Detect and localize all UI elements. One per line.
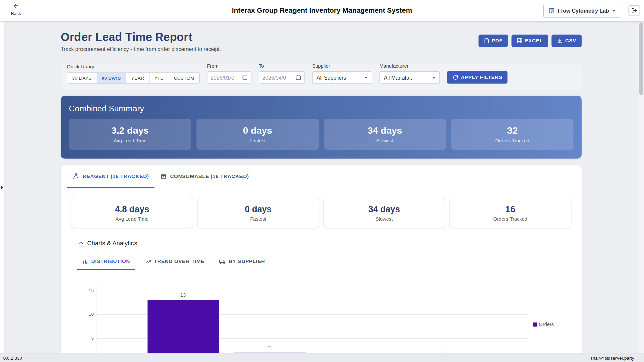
pdf-icon xyxy=(484,38,489,44)
quick-range-label: Quick Range xyxy=(67,64,200,70)
manufacturer-label: Manufacturer xyxy=(379,63,440,69)
legend-swatch xyxy=(533,322,537,326)
page-subtitle: Track procurement efficiency - time from… xyxy=(61,46,221,52)
range-custom[interactable]: CUSTOM xyxy=(169,73,199,83)
logout-button[interactable] xyxy=(628,5,640,16)
chart-plot-area: 13201 xyxy=(97,286,528,353)
stat-label: Fastest xyxy=(250,216,266,222)
lab-selector-label: Flow Cytometry Lab xyxy=(558,8,609,14)
y-axis-tick-label: 5 xyxy=(61,335,94,340)
export-pdf-button[interactable]: PDF xyxy=(478,35,508,47)
export-buttons: PDF EXCEL CSV xyxy=(478,35,582,47)
main-content: Order Lead Time Report Track procurement… xyxy=(4,21,638,353)
summary-stat-card: 3.2 days Avg Lead Time xyxy=(69,119,191,150)
back-button[interactable]: Back xyxy=(7,2,25,16)
subtab-distribution[interactable]: DISTRIBUTION xyxy=(77,253,135,270)
combined-summary-title: Combined Summary xyxy=(69,104,574,113)
flask-icon xyxy=(73,173,79,180)
chevron-down-icon xyxy=(432,76,435,78)
summary-stat-card: 0 days Fastest xyxy=(197,119,319,150)
chart-legend[interactable]: Orders xyxy=(533,322,554,327)
stat-value: 3.2 days xyxy=(111,125,149,136)
top-bar: Back Interax Group Reagent Inventory Man… xyxy=(0,0,644,21)
chevron-down-icon xyxy=(612,10,616,12)
export-csv-label: CSV xyxy=(565,38,576,44)
from-date-value: 2026/01/0 xyxy=(211,74,234,80)
calendar-icon xyxy=(295,75,301,80)
range-30-days[interactable]: 30 DAYS xyxy=(67,73,97,83)
subtab-trend[interactable]: TREND OVER TIME xyxy=(140,253,209,270)
y-axis-tick-label: 10 xyxy=(61,311,94,316)
logout-icon xyxy=(631,8,637,13)
subtab-by-supplier-label: BY SUPPLIER xyxy=(229,258,265,264)
reagent-stat-card: 16 Orders Tracked xyxy=(449,198,572,228)
box-icon xyxy=(160,173,167,180)
tab-reagent[interactable]: REAGENT (16 TRACKED) xyxy=(67,165,155,188)
bar-value-label: 2 xyxy=(257,345,282,350)
from-label: From xyxy=(207,63,251,69)
supplier-value: All Suppliers xyxy=(317,74,346,80)
reagent-stats: 4.8 days Avg Lead Time 0 days Fastest 34… xyxy=(71,198,571,228)
range-90-days[interactable]: 90 DAYS xyxy=(97,73,126,83)
calendar-icon xyxy=(242,75,248,80)
range-year[interactable]: YEAR xyxy=(126,73,150,83)
page-head: Order Lead Time Report Track procurement… xyxy=(61,27,582,52)
reagent-stat-card: 34 days Slowest xyxy=(323,198,445,228)
lab-selector-dropdown[interactable]: Flow Cytometry Lab xyxy=(543,4,621,18)
stat-label: Avg Lead Time xyxy=(114,138,147,143)
export-csv-button[interactable]: CSV xyxy=(551,35,581,47)
from-date-group: From 2026/01/0 xyxy=(207,63,251,84)
stat-label: Avg Lead Time xyxy=(116,216,149,222)
stat-value: 4.8 days xyxy=(115,204,149,214)
page-title: Order Lead Time Report xyxy=(61,31,221,45)
app-root: Back Interax Group Reagent Inventory Man… xyxy=(0,0,644,362)
summary-stat-card: 34 days Slowest xyxy=(324,119,446,150)
manufacturer-select[interactable]: All Manufa... xyxy=(379,71,440,84)
stat-label: Fastest xyxy=(249,138,265,143)
range-ytd[interactable]: YTD xyxy=(149,73,169,83)
stat-value: 16 xyxy=(505,204,515,214)
quick-range-segmented-control: 30 DAYS 90 DAYS YEAR YTD CUSTOM xyxy=(67,72,200,84)
subtab-trend-label: TREND OVER TIME xyxy=(154,258,204,264)
sidebar-expand-handle[interactable] xyxy=(1,185,3,189)
bar-value-label: 1 xyxy=(430,350,454,353)
stat-value: 32 xyxy=(507,125,518,136)
vertical-scrollbar[interactable] xyxy=(638,21,644,353)
from-date-input[interactable]: 2026/01/0 xyxy=(207,71,251,84)
tab-consumable[interactable]: CONSUMABLE (16 TRACKED) xyxy=(155,165,255,188)
stat-label: Orders Tracked xyxy=(493,216,527,222)
to-date-value: 2026/04/0 xyxy=(262,74,286,80)
y-axis-tick-label: 15 xyxy=(61,288,94,293)
truck-icon xyxy=(219,258,226,265)
chart-bar xyxy=(233,353,305,353)
subtab-by-supplier[interactable]: BY SUPPLIER xyxy=(214,253,270,270)
charts-analytics-toggle[interactable]: Charts & Analytics xyxy=(78,240,582,247)
supplier-select[interactable]: All Suppliers xyxy=(312,71,372,84)
chart-subtabs: DISTRIBUTION TREND OVER TIME xyxy=(77,253,566,270)
arrow-left-icon xyxy=(12,2,20,10)
apply-filters-button[interactable]: APPLY FILTERS xyxy=(447,71,508,84)
chevron-down-icon xyxy=(364,76,368,78)
supplier-group: Supplier All Suppliers xyxy=(312,63,372,84)
quick-range-group: Quick Range 30 DAYS 90 DAYS YEAR YTD CUS… xyxy=(67,64,200,84)
user-email: snair@sidserver.party xyxy=(590,355,634,360)
subtab-distribution-label: DISTRIBUTION xyxy=(91,258,130,264)
back-label: Back xyxy=(11,11,21,16)
tab-consumable-label: CONSUMABLE (16 TRACKED) xyxy=(170,174,249,179)
scrollbar-thumb[interactable] xyxy=(639,22,643,95)
export-excel-button[interactable]: EXCEL xyxy=(511,35,548,47)
collapsed-sidebar xyxy=(0,21,4,353)
stat-label: Slowest xyxy=(376,216,393,222)
to-date-input[interactable]: 2026/04/0 xyxy=(259,71,305,84)
summary-stat-card: 32 Orders Tracked xyxy=(451,119,573,150)
spreadsheet-icon xyxy=(517,38,522,44)
tab-reagent-label: REAGENT (16 TRACKED) xyxy=(83,174,149,179)
stat-value: 0 days xyxy=(243,125,272,136)
supplier-label: Supplier xyxy=(312,63,372,69)
reagent-stat-card: 4.8 days Avg Lead Time xyxy=(71,198,193,228)
chevron-up-icon xyxy=(78,240,84,246)
filters-bar: Quick Range 30 DAYS 90 DAYS YEAR YTD CUS… xyxy=(61,64,582,90)
charts-section-title: Charts & Analytics xyxy=(87,240,137,247)
stat-value: 34 days xyxy=(368,204,400,214)
stat-label: Slowest xyxy=(376,138,393,143)
